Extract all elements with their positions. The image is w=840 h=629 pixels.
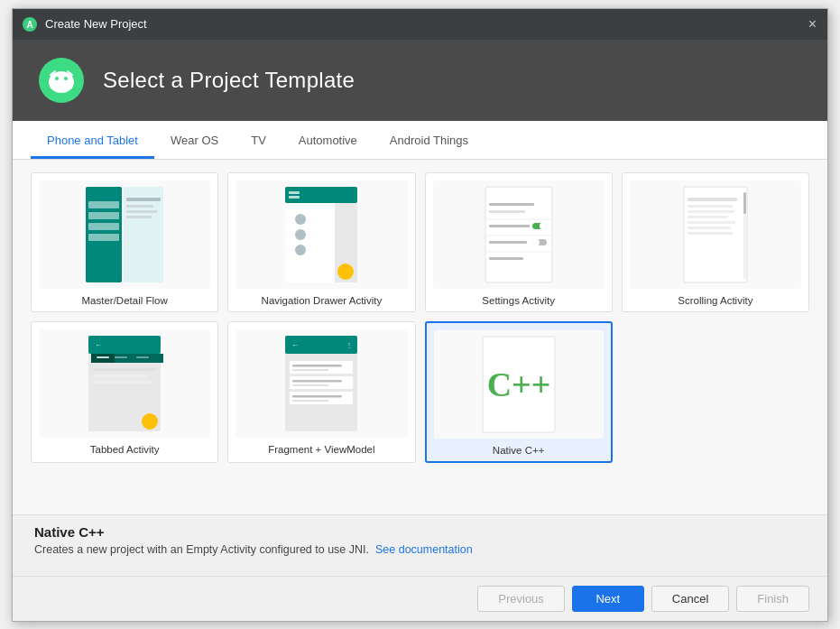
tab-wear-os[interactable]: Wear OS (154, 121, 235, 159)
template-info-bar: Native C++ Creates a new project with an… (13, 514, 827, 576)
scrolling-icon (675, 185, 756, 284)
svg-point-27 (337, 264, 354, 280)
svg-rect-50 (743, 192, 746, 214)
selected-template-title: Native C++ (34, 524, 806, 540)
template-card-fragment[interactable]: ← ⋮ Fragment + ViewModel (227, 321, 415, 463)
template-preview-tabbed: ← (39, 329, 210, 438)
svg-text:←: ← (291, 341, 299, 349)
svg-rect-18 (126, 216, 152, 218)
template-preview-master-detail (39, 180, 210, 289)
svg-rect-73 (290, 392, 353, 404)
previous-button[interactable]: Previous (477, 586, 565, 612)
template-card-master-detail[interactable]: Master/Detail Flow (31, 172, 218, 312)
svg-rect-11 (88, 212, 119, 219)
template-label-native-cpp: Native C++ (493, 445, 545, 456)
selected-template-description: Creates a new project with an Empty Acti… (34, 543, 806, 556)
finish-button[interactable]: Finish (736, 586, 809, 612)
svg-point-34 (540, 222, 547, 229)
svg-rect-59 (93, 368, 156, 371)
template-card-native-cpp[interactable]: C++ Native C++ (425, 321, 613, 463)
svg-point-26 (295, 245, 306, 255)
svg-rect-69 (292, 369, 328, 371)
svg-rect-23 (285, 203, 335, 282)
svg-rect-45 (688, 216, 728, 218)
svg-rect-70 (290, 376, 353, 389)
svg-text:C++: C++ (486, 365, 550, 403)
svg-point-5 (55, 77, 59, 80)
template-preview-native-cpp: C++ (434, 330, 604, 439)
template-card-scrolling[interactable]: Scrolling Activity (622, 172, 809, 312)
category-tabs: Phone and Tablet Wear OS TV Automotive A… (13, 121, 827, 160)
settings-icon (478, 185, 559, 284)
svg-rect-20 (285, 187, 357, 203)
svg-rect-44 (688, 210, 734, 213)
svg-rect-58 (136, 356, 149, 358)
button-bar: Previous Next Cancel Finish (13, 576, 827, 621)
dialog-header: Select a Project Template (13, 40, 827, 121)
svg-point-6 (64, 77, 68, 80)
svg-rect-21 (289, 191, 300, 194)
svg-rect-28 (485, 187, 552, 282)
svg-rect-29 (489, 203, 534, 206)
template-preview-nav-drawer (235, 180, 407, 289)
next-button[interactable]: Next (572, 586, 644, 612)
svg-point-62 (142, 413, 158, 430)
svg-rect-71 (292, 380, 342, 383)
cancel-button[interactable]: Cancel (651, 586, 729, 612)
svg-text:⋮: ⋮ (346, 341, 353, 349)
dialog-title: Create New Project (45, 17, 147, 31)
page-title: Select a Project Template (103, 68, 355, 93)
title-bar: A Create New Project × (13, 9, 827, 40)
template-label-settings: Settings Activity (482, 295, 555, 306)
tab-tv[interactable]: TV (235, 121, 282, 159)
template-label-tabbed: Tabbed Activity (90, 444, 160, 455)
svg-rect-17 (126, 210, 158, 213)
svg-rect-22 (289, 196, 300, 199)
see-documentation-link[interactable]: See documentation (375, 543, 473, 556)
svg-rect-30 (489, 210, 525, 213)
svg-rect-13 (88, 234, 119, 241)
svg-rect-75 (292, 400, 328, 402)
create-project-dialog: A Create New Project × Select a Project … (12, 8, 828, 622)
svg-rect-43 (688, 205, 733, 208)
tab-automotive[interactable]: Automotive (282, 121, 374, 159)
template-grid: Master/Detail Flow (13, 160, 827, 514)
nav-drawer-icon (281, 185, 362, 284)
svg-rect-74 (292, 395, 342, 398)
native-cpp-icon: C++ (478, 335, 559, 434)
svg-point-38 (532, 238, 540, 245)
svg-rect-15 (126, 198, 161, 201)
svg-rect-56 (97, 356, 109, 358)
android-studio-icon: A (22, 16, 38, 32)
close-button[interactable]: × (807, 17, 818, 32)
svg-rect-36 (489, 241, 527, 244)
svg-text:←: ← (95, 341, 102, 349)
template-card-settings[interactable]: Settings Activity (425, 172, 613, 312)
svg-text:A: A (26, 20, 32, 30)
svg-point-25 (295, 229, 306, 240)
svg-rect-68 (292, 365, 342, 367)
template-preview-settings (433, 180, 605, 289)
tab-android-things[interactable]: Android Things (374, 121, 485, 159)
main-content: Phone and Tablet Wear OS TV Automotive A… (13, 121, 827, 576)
svg-rect-42 (688, 198, 737, 201)
svg-rect-16 (126, 205, 153, 208)
svg-point-24 (295, 214, 306, 225)
template-label-scrolling: Scrolling Activity (678, 295, 752, 306)
svg-rect-72 (292, 384, 328, 386)
svg-rect-67 (290, 361, 353, 374)
template-label-master-detail: Master/Detail Flow (82, 295, 168, 306)
tab-phone-tablet[interactable]: Phone and Tablet (31, 121, 154, 159)
svg-rect-57 (115, 356, 127, 358)
svg-rect-10 (88, 201, 119, 208)
svg-rect-48 (688, 232, 733, 235)
template-card-nav-drawer[interactable]: Navigation Drawer Activity (227, 172, 415, 312)
template-card-tabbed[interactable]: ← Tabbed Activit (31, 321, 218, 463)
svg-rect-40 (489, 257, 523, 260)
svg-rect-32 (489, 225, 530, 227)
template-label-nav-drawer: Navigation Drawer Activity (262, 295, 383, 306)
template-preview-fragment: ← ⋮ (235, 329, 407, 438)
template-preview-scrolling (630, 180, 801, 289)
svg-rect-46 (688, 221, 735, 224)
svg-rect-4 (51, 77, 72, 89)
